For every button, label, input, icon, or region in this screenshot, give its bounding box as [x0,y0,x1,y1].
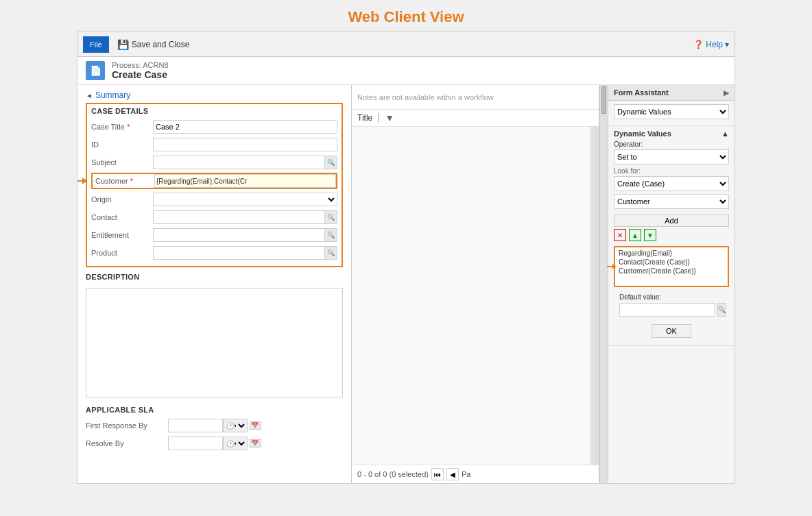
case-title-label: Case Title * [91,123,153,131]
prev-page-btn[interactable]: ◀ [446,468,459,480]
entitlement-input-wrapper: 🔍 [153,228,337,242]
help-button[interactable]: ❓ Help ▾ [693,40,729,49]
resolve-by-cal-btn[interactable]: 📅 [249,439,261,447]
save-close-button[interactable]: 💾 Save and Close [117,39,190,50]
default-value-input[interactable] [619,303,715,317]
contact-row: Contact 🔍 [91,210,337,225]
first-response-cal-btn[interactable]: 📅 [249,421,261,430]
title-column-label: Title [357,113,379,123]
description-textarea[interactable] [86,288,343,397]
contact-lookup-btn[interactable]: 🔍 [325,210,337,224]
id-label: ID [91,140,153,149]
process-header: 📄 Process: ACRN8 Create Case [77,57,735,85]
dv-item-1[interactable]: Regarding(Email) [617,249,726,258]
ok-btn-row: OK [614,320,729,342]
operator-select[interactable]: Set to [614,149,729,164]
page-info: Pa [462,470,470,478]
first-response-input[interactable] [168,419,223,432]
resolve-by-label: Resolve By [86,439,168,447]
title-bar: Title ▼ [352,110,599,127]
resolve-by-input[interactable] [168,437,223,450]
entitlement-row: Entitlement 🔍 [91,228,337,243]
form-assistant-header: Form Assistant ▶ [608,85,735,101]
operator-label: Operator: [614,140,729,148]
help-icon: ❓ [693,40,704,49]
ok-button[interactable]: OK [652,324,691,338]
origin-row: Origin [91,192,337,207]
entitlement-lookup-btn[interactable]: 🔍 [325,228,337,242]
first-response-unit[interactable]: 🕐▾ [223,419,248,432]
right-panel: Form Assistant ▶ Dynamic Values Dynamic … [608,85,735,483]
grid-scrollbar[interactable] [590,127,599,465]
origin-select[interactable] [153,193,337,206]
process-label: Process: ACRN8 [112,61,169,69]
list-arrow [607,264,617,269]
collapse-dv-icon[interactable]: ▲ [721,130,729,138]
toolbar: File 💾 Save and Close ❓ Help ▾ [77,32,735,57]
pagination-bar: 0 - 0 of 0 (0 selected) ⏮ ◀ Pa [352,465,599,483]
subject-lookup-btn[interactable]: 🔍 [325,156,337,169]
entitlement-input[interactable] [153,228,325,242]
default-value-label: Default value: [619,293,724,301]
dv-item-2[interactable]: Contact(Create (Case)) [617,258,726,267]
grid-area [352,127,599,465]
page-title: Web Client View [0,0,812,32]
product-input-wrapper: 🔍 [153,246,337,260]
product-input[interactable] [153,246,325,260]
dynamic-values-select[interactable]: Dynamic Values [614,104,729,119]
first-page-btn[interactable]: ⏮ [431,468,444,480]
process-name: Create Case [112,69,169,80]
contact-label: Contact [91,213,153,221]
product-row: Product 🔍 [91,245,337,260]
help-chevron-icon: ▾ [725,40,729,49]
dynamic-values-section-header: Dynamic Values ▲ [614,130,729,138]
look-for-label: Look for: [614,167,729,175]
add-button[interactable]: Add [614,214,729,227]
process-text: Process: ACRN8 Create Case [112,61,169,80]
main-scrollbar[interactable] [599,85,608,483]
scrollbar-thumb[interactable] [601,86,606,114]
look-for-select[interactable]: Create (Case) [614,176,729,191]
product-lookup-btn[interactable]: 🔍 [325,246,337,260]
id-row: ID [91,137,337,152]
description-header: DESCRIPTION [86,273,343,281]
resolve-by-unit[interactable]: 🕐▾ [223,437,248,450]
id-input[interactable] [153,138,337,151]
process-icon: 📄 [86,61,105,80]
panel-dynamic-values-dropdown: Dynamic Values [608,101,735,126]
customer-arrow [77,177,87,184]
panel-dynamic-values-section: Dynamic Values ▲ Operator: Set to Look f… [608,126,735,346]
main-container: File 💾 Save and Close ❓ Help ▾ 📄 Process… [77,32,735,484]
origin-label: Origin [91,195,153,204]
collapse-icon: ◄ [86,92,93,99]
case-details-header: CASE DETAILS [91,107,337,115]
default-lookup-btn[interactable]: 🔍 [717,303,726,317]
product-label: Product [91,249,153,257]
notes-area: Notes are not available within a workflo… [352,85,599,110]
default-value-section: Default value: 🔍 [614,290,729,320]
summary-link[interactable]: ◄ Summary [86,90,343,100]
remove-item-btn[interactable]: ✕ [614,229,626,241]
field-select[interactable]: Customer [614,194,729,209]
contact-input-wrapper: 🔍 [153,210,337,224]
filter-icon[interactable]: ▼ [385,112,394,123]
customer-input[interactable] [154,174,336,188]
sla-section: APPLICABLE SLA First Response By 🕐▾ 📅 Re… [86,406,343,451]
save-icon: 💾 [117,39,129,50]
subject-input[interactable] [153,156,325,169]
move-down-btn[interactable]: ▼ [644,229,656,241]
customer-required-star: * [130,177,133,185]
content-area: a ◄ Summary CASE DETAILS Case Title * [77,85,735,483]
middle-panel: Notes are not available within a workflo… [352,85,599,483]
default-input-row: 🔍 [619,303,724,317]
case-title-input[interactable] [153,120,337,134]
dv-item-3[interactable]: Customer(Create (Case)) [617,267,726,275]
case-title-row: Case Title * [91,119,337,134]
description-section: DESCRIPTION [86,273,343,400]
file-button[interactable]: File [83,36,109,53]
form-panel: a ◄ Summary CASE DETAILS Case Title * [77,85,352,483]
action-bar: ✕ ▲ ▼ [614,227,729,243]
move-up-btn[interactable]: ▲ [629,229,641,241]
contact-input[interactable] [153,210,325,224]
required-star: * [127,123,130,131]
